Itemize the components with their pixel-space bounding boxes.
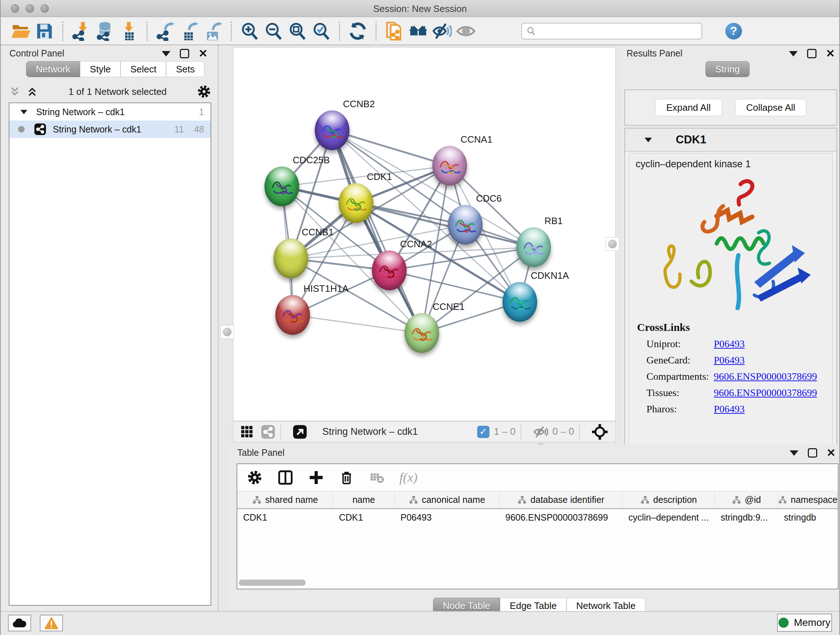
show-columns-icon[interactable] [277,469,294,486]
network-node-ccne1[interactable] [404,313,439,353]
crosslink-link[interactable]: 9606.ENSP00000378699 [714,387,817,399]
import-network-database-button[interactable] [93,20,117,42]
zoom-selected-button[interactable] [309,20,333,42]
collection-expander-icon[interactable] [20,110,27,114]
float-panel-icon[interactable] [807,49,816,58]
search-input[interactable] [536,26,688,36]
network-edge-ccnb2-ccne1[interactable] [332,130,422,333]
export-image-button[interactable] [201,20,225,42]
delete-column-trash-icon[interactable] [339,470,355,486]
title-bar: Session: New Session [1,0,839,17]
warning-button[interactable] [40,615,63,631]
search-field[interactable] [521,23,702,40]
network-share-icon[interactable] [261,424,275,439]
network-node-hist1h1a[interactable] [275,295,310,335]
import-network-file-button[interactable] [69,20,93,42]
refresh-view-button[interactable] [346,20,370,42]
table-cell[interactable]: CDK1 [333,509,395,526]
network-node-ccnb1[interactable] [273,239,308,279]
close-panel-icon[interactable]: ✕ [826,49,835,58]
expand-all-icon[interactable] [26,86,38,98]
zoom-in-button[interactable] [238,20,262,42]
tab-select[interactable]: Select [120,61,166,77]
zoom-out-button[interactable] [262,20,286,42]
network-node-ccnb2[interactable] [315,111,349,150]
export-network-button[interactable] [153,20,177,42]
tab-network[interactable]: Network [26,61,80,77]
table-row[interactable]: CDK1CDK1P064939606.ENSP00000378699cyclin… [237,509,838,526]
network-node-cdc25b[interactable] [264,166,299,206]
column-header-namespace[interactable]: namespace [778,491,838,508]
table-cell[interactable]: CDK1 [237,509,333,526]
panel-menu-icon[interactable] [790,450,798,456]
column-header-shared-name[interactable]: shared name [237,491,333,508]
fit-content-crosshair-icon[interactable] [592,424,608,440]
create-column-plus-icon[interactable] [308,470,324,486]
panel-menu-icon[interactable] [789,51,798,57]
crosslink-link[interactable]: 9606.ENSP00000378699 [714,371,817,382]
save-session-button[interactable] [33,20,57,42]
network-collection-row[interactable]: String Network – cdk1 1 [9,103,210,120]
tab-string[interactable]: String [706,61,750,77]
network-node-cdk1[interactable] [339,183,373,223]
birds-eye-grid-icon[interactable] [240,424,254,439]
network-node-rb1[interactable] [516,227,551,267]
column-header-database-identifier[interactable]: database identifier [500,491,622,508]
network-options-gear-icon[interactable] [197,84,211,99]
string-import-button[interactable] [382,20,406,42]
show-all-button[interactable] [454,20,478,42]
crosslink-link[interactable]: P06493 [714,355,745,366]
gene-section-header[interactable]: CDK1 [625,128,836,152]
hide-selected-button[interactable] [430,20,454,42]
hidden-eye-slash-icon[interactable] [533,424,548,440]
float-panel-icon[interactable] [180,49,189,58]
table-options-gear-icon[interactable] [247,470,263,486]
table-cell[interactable]: stringdb:9... [715,509,778,526]
open-session-button[interactable] [9,20,33,42]
function-builder-icon[interactable]: f(x) [399,470,417,485]
export-table-button[interactable] [177,20,201,42]
import-table-file-button[interactable] [117,20,141,42]
cloud-status-button[interactable] [8,615,31,631]
close-panel-icon[interactable]: ✕ [199,49,208,58]
column-header-canonical-name[interactable]: canonical name [395,491,500,508]
expand-all-button[interactable]: Expand All [655,99,722,116]
network-row[interactable]: String Network – cdk1 11 48 [9,120,210,138]
panel-menu-icon[interactable] [162,51,171,57]
network-edge-hist1h1a-ccne1[interactable] [293,315,422,333]
table-cell[interactable]: P06493 [395,509,500,526]
memory-button[interactable]: Memory [777,614,832,632]
network-node-cdc6[interactable] [448,205,483,245]
float-panel-icon[interactable] [808,448,817,458]
right-splitter-handle[interactable] [606,237,619,251]
toolbar-separator [280,424,281,439]
home-button[interactable] [406,20,430,42]
left-splitter-handle[interactable] [220,325,234,339]
close-panel-icon[interactable]: ✕ [827,448,836,458]
collapse-all-icon[interactable] [9,86,21,98]
tab-sets[interactable]: Sets [166,61,204,77]
open-in-window-icon[interactable] [293,424,307,439]
gene-expander-icon[interactable] [645,138,652,142]
table-cell[interactable]: 9606.ENSP00000378699 [500,509,622,526]
table-cell[interactable]: cyclin–dependent ... [622,509,715,526]
collapse-all-button[interactable]: Collapse All [735,99,807,116]
zoom-fit-button[interactable] [286,20,309,42]
network-node-ccna1[interactable] [432,146,467,186]
clear-table-icon[interactable] [369,470,385,486]
results-panel-title: Results Panel [627,48,682,59]
column-header-description[interactable]: description [622,491,715,508]
tab-style[interactable]: Style [80,61,120,77]
network-node-cdkn1a[interactable] [502,282,537,322]
crosslink-row: Uniprot:P06493 [646,338,827,350]
crosslink-link[interactable]: P06493 [714,403,745,415]
column-header-name[interactable]: name [333,491,395,508]
table-cell[interactable]: stringdb [778,509,838,526]
help-button[interactable]: ? [725,23,742,40]
network-canvas[interactable]: CCNB2CCNA1CDC25BCDK1CDC6RB1CCNB1CCNA2CDK… [233,47,616,421]
crosslink-link[interactable]: P06493 [714,338,745,350]
horizontal-scrollbar-thumb[interactable] [239,580,306,586]
network-node-ccna2[interactable] [372,250,407,290]
selected-checkbox-icon[interactable]: ✓ [477,426,489,438]
column-header--id[interactable]: @id [715,491,778,508]
